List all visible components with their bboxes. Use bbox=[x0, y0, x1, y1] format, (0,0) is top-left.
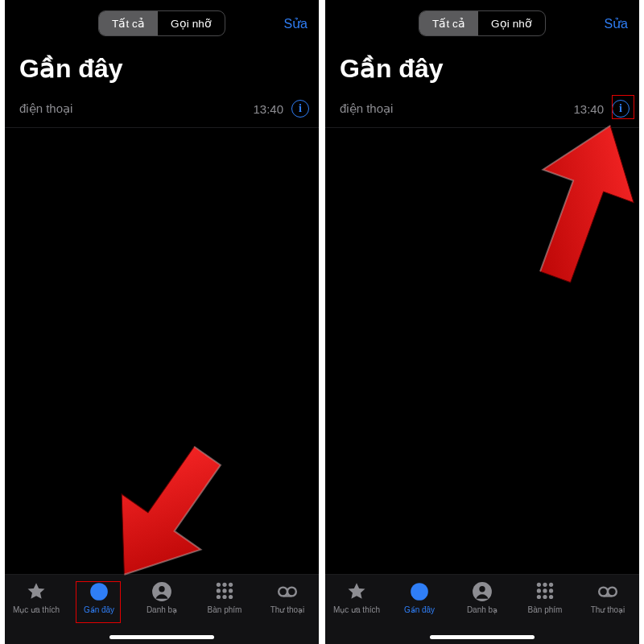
segment-missed-button[interactable]: Gọi nhỡ bbox=[158, 11, 225, 35]
svg-point-6 bbox=[217, 588, 221, 592]
tutorial-two-up: Tất cả Gọi nhỡ Sửa Gần đây điện thoại 13… bbox=[0, 0, 644, 644]
tab-label: Thư thoại bbox=[591, 605, 625, 614]
voicemail-icon bbox=[277, 581, 298, 602]
tab-label: Bàn phím bbox=[208, 605, 242, 614]
segment-all-button[interactable]: Tất cả bbox=[99, 11, 158, 35]
home-indicator[interactable] bbox=[109, 635, 214, 639]
tab-label: Danh bạ bbox=[147, 605, 177, 614]
svg-point-18 bbox=[537, 583, 541, 587]
page-title: Gần đây bbox=[19, 53, 319, 84]
keypad-icon bbox=[535, 581, 555, 602]
tab-label: Thư thoại bbox=[270, 605, 305, 614]
svg-point-5 bbox=[229, 583, 233, 587]
svg-point-8 bbox=[229, 588, 233, 592]
tab-bar: Mục ưa thích Gần đây Danh bạ bbox=[5, 574, 319, 644]
svg-point-21 bbox=[537, 588, 541, 592]
call-time: 13:40 bbox=[573, 102, 604, 116]
tab-voicemail[interactable]: Thư thoại bbox=[258, 581, 316, 614]
call-contact-label: điện thoại bbox=[19, 101, 72, 116]
nav-bar: Tất cả Gọi nhỡ Sửa bbox=[325, 5, 639, 42]
clock-icon bbox=[409, 581, 430, 602]
svg-point-3 bbox=[217, 583, 221, 587]
call-time: 13:40 bbox=[253, 102, 283, 116]
svg-point-10 bbox=[222, 595, 226, 599]
tab-favorites[interactable]: Mục ưa thích bbox=[7, 581, 65, 614]
info-icon[interactable]: i bbox=[291, 100, 309, 118]
phone-screenshot-right: Tất cả Gọi nhỡ Sửa Gần đây điện thoại 13… bbox=[325, 0, 639, 644]
tab-contacts[interactable]: Danh bạ bbox=[453, 581, 511, 614]
svg-point-9 bbox=[217, 595, 221, 599]
tab-label: Gần đây bbox=[84, 605, 114, 614]
svg-point-2 bbox=[159, 586, 164, 592]
svg-point-13 bbox=[287, 588, 296, 597]
filter-segmented-control[interactable]: Tất cả Gọi nhỡ bbox=[98, 10, 225, 36]
red-arrow-annotation bbox=[101, 435, 230, 596]
voicemail-icon bbox=[597, 581, 618, 602]
svg-point-7 bbox=[222, 588, 226, 592]
svg-point-19 bbox=[543, 583, 547, 587]
recent-call-row[interactable]: điện thoại 13:40 i bbox=[325, 95, 639, 128]
person-icon bbox=[151, 581, 172, 602]
svg-point-23 bbox=[549, 588, 553, 592]
call-row-meta: 13:40 i bbox=[253, 100, 309, 118]
star-icon bbox=[346, 581, 367, 602]
filter-segmented-control[interactable]: Tất cả Gọi nhỡ bbox=[419, 10, 546, 36]
keypad-icon bbox=[214, 581, 235, 602]
svg-point-11 bbox=[229, 595, 233, 599]
svg-point-24 bbox=[537, 595, 541, 599]
segment-missed-button[interactable]: Gọi nhỡ bbox=[478, 11, 545, 35]
page-title: Gần đây bbox=[340, 53, 639, 84]
nav-bar: Tất cả Gọi nhỡ Sửa bbox=[5, 5, 319, 42]
call-row-meta: 13:40 i bbox=[573, 100, 630, 118]
segment-all-button[interactable]: Tất cả bbox=[419, 11, 478, 35]
tab-keypad[interactable]: Bàn phím bbox=[196, 581, 254, 614]
person-icon bbox=[472, 581, 493, 602]
phone-screenshot-left: Tất cả Gọi nhỡ Sửa Gần đây điện thoại 13… bbox=[5, 0, 319, 644]
red-arrow-annotation bbox=[518, 113, 639, 290]
tab-label: Mục ưa thích bbox=[333, 605, 380, 614]
clock-icon bbox=[89, 581, 109, 602]
svg-point-12 bbox=[279, 588, 287, 597]
edit-button[interactable]: Sửa bbox=[283, 16, 308, 31]
tab-label: Mục ưa thích bbox=[13, 605, 60, 614]
tab-label: Gần đây bbox=[404, 605, 435, 614]
star-icon bbox=[26, 581, 47, 602]
tab-label: Bàn phím bbox=[528, 605, 563, 614]
svg-point-26 bbox=[549, 595, 553, 599]
tab-keypad[interactable]: Bàn phím bbox=[516, 581, 574, 614]
tab-recents[interactable]: Gần đây bbox=[70, 581, 128, 614]
tab-bar: Mục ưa thích Gần đây Danh bạ bbox=[325, 574, 639, 644]
call-contact-label: điện thoại bbox=[340, 101, 393, 116]
tab-favorites[interactable]: Mục ưa thích bbox=[328, 581, 386, 614]
tab-contacts[interactable]: Danh bạ bbox=[133, 581, 191, 614]
svg-point-22 bbox=[543, 588, 547, 592]
svg-point-25 bbox=[543, 595, 547, 599]
tab-recents[interactable]: Gần đây bbox=[390, 581, 448, 614]
svg-point-28 bbox=[608, 588, 617, 597]
svg-point-4 bbox=[222, 583, 226, 587]
tab-voicemail[interactable]: Thư thoại bbox=[579, 581, 637, 614]
svg-point-20 bbox=[549, 583, 553, 587]
info-icon[interactable]: i bbox=[612, 100, 630, 118]
svg-point-27 bbox=[599, 588, 608, 597]
edit-button[interactable]: Sửa bbox=[604, 16, 628, 31]
tab-label: Danh bạ bbox=[467, 605, 497, 614]
recent-call-row[interactable]: điện thoại 13:40 i bbox=[5, 95, 319, 128]
svg-point-17 bbox=[479, 586, 485, 592]
home-indicator[interactable] bbox=[430, 635, 535, 639]
